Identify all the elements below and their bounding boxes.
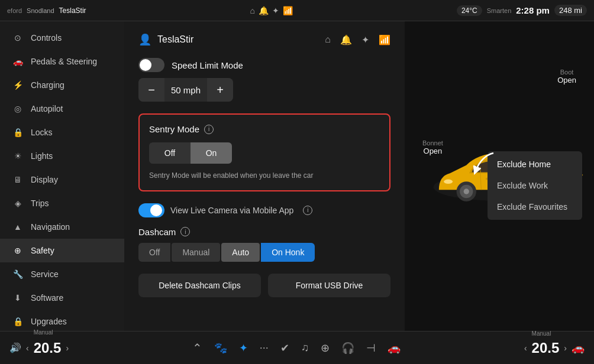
- header-wifi-icon[interactable]: 📶: [379, 34, 390, 46]
- navigation-label: Navigation: [31, 222, 70, 232]
- sidebar-item-navigation[interactable]: ▲ Navigation: [0, 215, 124, 239]
- spotify-icon[interactable]: ♫: [301, 342, 309, 354]
- bottom-bar: 🔊 ‹ Manual 20.5 › ⌃ 🐾 ✦ ··· ✔ ♫ ⊕ 🎧 ⊣ 🚗 …: [0, 331, 594, 364]
- top-bar-center: ⌂ 🔔 ✦ 📶: [250, 6, 293, 15]
- sentry-toggle-group: Off On: [149, 142, 232, 164]
- more-icon[interactable]: ···: [260, 342, 269, 354]
- right-temp-label: Manual: [532, 330, 551, 337]
- boot-status: Boot Open: [557, 69, 576, 84]
- svg-point-11: [444, 180, 453, 184]
- boot-value: Open: [557, 76, 576, 84]
- boot-title: Boot: [557, 69, 576, 76]
- sidebar-item-charging[interactable]: ⚡ Charging: [0, 73, 124, 97]
- sidebar: ⊙ Controls 🚗 Pedals & Steering ⚡ Chargin…: [0, 21, 124, 331]
- top-bar-right: 24°C Smarten 2:28 pm 248 mi: [457, 5, 587, 16]
- speed-limit-toggle[interactable]: [138, 58, 164, 72]
- main-content: ⊙ Controls 🚗 Pedals & Steering ⚡ Chargin…: [0, 21, 594, 331]
- bonnet-title: Bonnet: [422, 139, 443, 147]
- sidebar-item-display[interactable]: 🖥 Display: [0, 168, 124, 191]
- sidebar-item-software[interactable]: ⬇ Software: [0, 286, 124, 310]
- left-arrow-icon[interactable]: ‹: [26, 343, 29, 353]
- bonnet-status: Bonnet Open: [422, 139, 443, 155]
- speed-value-display: 50 mph: [164, 85, 207, 95]
- user-avatar-icon: 👤: [138, 33, 151, 46]
- header-bell-icon[interactable]: 🔔: [340, 34, 352, 46]
- seat-icon[interactable]: ⊣: [366, 342, 376, 355]
- navigation-icon: ▲: [12, 221, 24, 233]
- speed-limit-toggle-row: Speed Limit Mode: [138, 58, 390, 72]
- speed-limit-label: Speed Limit Mode: [172, 60, 243, 70]
- dropdown-exclude-favourites[interactable]: Exclude Favourites: [488, 196, 582, 217]
- speed-decrease-button[interactable]: −: [138, 78, 164, 102]
- live-camera-knob: [150, 204, 162, 216]
- volume-icon[interactable]: 🔊: [9, 342, 21, 353]
- headphone-icon[interactable]: 🎧: [341, 342, 354, 355]
- paw-icon[interactable]: 🐾: [214, 342, 227, 355]
- sentry-info-icon[interactable]: i: [204, 125, 214, 134]
- header-home-icon[interactable]: ⌂: [325, 34, 331, 45]
- bell-icon[interactable]: 🔔: [259, 6, 269, 15]
- trips-label: Trips: [31, 199, 49, 208]
- live-camera-label: View Live Camera via Mobile App: [170, 206, 293, 215]
- check-icon[interactable]: ✔: [280, 342, 289, 355]
- left-temp-display: Manual 20.5: [34, 340, 62, 356]
- dashcam-auto-button[interactable]: Auto: [221, 243, 260, 262]
- sidebar-item-upgrades[interactable]: 🔒 Upgrades: [0, 310, 124, 331]
- autopilot-label: Autopilot: [31, 104, 63, 113]
- dropdown-menu: Exclude Home Exclude Work Exclude Favour…: [488, 151, 582, 220]
- sidebar-item-pedals[interactable]: 🚗 Pedals & Steering: [0, 50, 124, 73]
- upgrades-label: Upgrades: [31, 317, 67, 326]
- sidebar-item-trips[interactable]: ◈ Trips: [0, 191, 124, 215]
- software-icon: ⬇: [12, 292, 24, 304]
- controls-label: Controls: [31, 33, 62, 43]
- software-label: Software: [31, 293, 63, 303]
- mileage-display: 248 mi: [554, 5, 587, 16]
- user-header: 👤 TeslaStir ⌂ 🔔 ✦ 📶: [138, 33, 390, 46]
- home-icon[interactable]: ⌂: [250, 6, 255, 15]
- steering-icon[interactable]: ⌃: [192, 341, 202, 355]
- safety-label: Safety: [31, 246, 54, 255]
- car-bottom-icon[interactable]: 🚗: [388, 342, 401, 355]
- sidebar-item-service[interactable]: 🔧 Service: [0, 262, 124, 286]
- sentry-label: Sentry Mode: [149, 124, 199, 134]
- dropdown-exclude-home[interactable]: Exclude Home: [488, 154, 582, 175]
- dashcam-honk-button[interactable]: On Honk: [261, 243, 315, 262]
- sentry-on-button[interactable]: On: [191, 142, 232, 164]
- sentry-off-button[interactable]: Off: [149, 142, 191, 164]
- speed-increase-button[interactable]: +: [207, 78, 233, 102]
- dashcam-section: Dashcam i Off Manual Auto On Honk: [138, 227, 390, 262]
- right-arrow3-icon[interactable]: ›: [564, 343, 567, 353]
- right-arrow-icon[interactable]: ›: [66, 343, 69, 353]
- upgrades-icon: 🔒: [12, 316, 24, 327]
- delete-clips-button[interactable]: Delete Dashcam Clips: [138, 274, 261, 297]
- format-usb-button[interactable]: Format USB Drive: [268, 274, 390, 297]
- shield-bottom-icon[interactable]: ⊕: [321, 342, 330, 355]
- display-label: Display: [31, 175, 58, 184]
- left-temp-label: Manual: [34, 329, 53, 336]
- user-name-display: TeslaStir: [157, 34, 193, 45]
- live-camera-toggle[interactable]: [138, 203, 164, 217]
- dashcam-info-icon[interactable]: i: [180, 227, 190, 236]
- user-top-label: TeslaStir: [59, 6, 86, 15]
- live-camera-info-icon[interactable]: i: [303, 206, 312, 215]
- pedals-icon: 🚗: [12, 56, 24, 67]
- dashcam-manual-button[interactable]: Manual: [172, 243, 220, 262]
- bottom-left: 🔊 ‹ Manual 20.5 ›: [9, 340, 69, 356]
- bluetooth-bottom-icon[interactable]: ✦: [239, 342, 248, 355]
- dropdown-exclude-work[interactable]: Exclude Work: [488, 175, 582, 196]
- dashcam-off-button[interactable]: Off: [138, 243, 170, 262]
- locks-label: Locks: [31, 128, 53, 137]
- header-bluetooth-icon[interactable]: ✦: [361, 34, 369, 46]
- action-buttons: Delete Dashcam Clips Format USB Drive: [138, 274, 390, 297]
- right-arrow2-icon[interactable]: ‹: [524, 343, 527, 353]
- sidebar-item-lights[interactable]: ☀ Lights: [0, 144, 124, 168]
- sentry-description: Sentry Mode will be enabled when you lea…: [149, 171, 380, 181]
- sidebar-item-controls[interactable]: ⊙ Controls: [0, 26, 124, 50]
- car-right-icon[interactable]: 🚗: [572, 342, 585, 355]
- sidebar-item-locks[interactable]: 🔒 Locks: [0, 121, 124, 144]
- top-bar: eford Snodland TeslaStir ⌂ 🔔 ✦ 📶 24°C Sm…: [0, 0, 594, 21]
- sidebar-item-safety[interactable]: ⊕ Safety: [0, 239, 124, 262]
- sidebar-item-autopilot[interactable]: ◎ Autopilot: [0, 97, 124, 121]
- wifi-icon[interactable]: 📶: [283, 6, 293, 15]
- bluetooth-icon[interactable]: ✦: [272, 6, 279, 15]
